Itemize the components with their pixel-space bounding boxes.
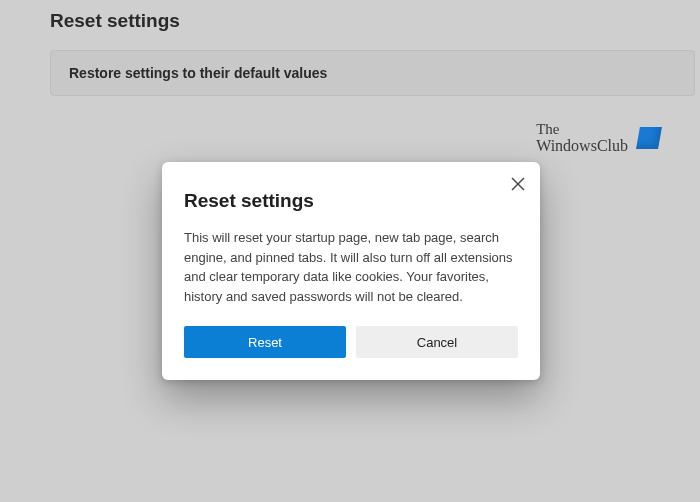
dialog-title: Reset settings (184, 190, 518, 212)
reset-settings-dialog: Reset settings This will reset your star… (162, 162, 540, 380)
dialog-actions: Reset Cancel (184, 326, 518, 358)
cancel-button[interactable]: Cancel (356, 326, 518, 358)
close-icon (511, 177, 525, 191)
reset-button[interactable]: Reset (184, 326, 346, 358)
close-button[interactable] (510, 176, 526, 192)
modal-overlay: Reset settings This will reset your star… (0, 0, 700, 502)
dialog-body: This will reset your startup page, new t… (184, 228, 518, 306)
